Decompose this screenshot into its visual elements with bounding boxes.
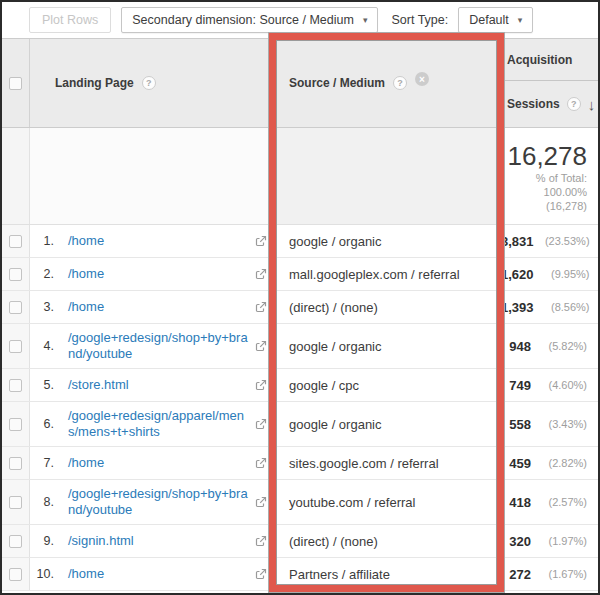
landing-page-link[interactable]: /home [68, 266, 248, 282]
totals-landing-cell [30, 128, 271, 224]
open-in-new-window-icon[interactable] [255, 568, 267, 580]
row-checkbox-cell [2, 402, 30, 446]
sessions-cell: 320 (1.97%) [500, 525, 598, 557]
source-medium-value: (direct) / (none) [289, 300, 378, 315]
source-medium-cell: mall.googleplex.com / referral [271, 258, 500, 290]
row-checkbox[interactable] [9, 340, 22, 353]
sort-descending-icon[interactable]: ↓ [588, 96, 600, 113]
open-in-new-window-icon[interactable] [255, 496, 267, 508]
secondary-dimension-dropdown[interactable]: Secondary dimension: Source / Medium ▾ [121, 7, 378, 33]
source-medium-cell: google / organic [271, 402, 500, 446]
sessions-value: 320 [509, 534, 531, 549]
landing-page-table: Landing Page ? Source / Medium ? × Acqui… [2, 38, 598, 591]
source-medium-value: google / organic [289, 339, 382, 354]
row-checkbox-cell [2, 480, 30, 524]
row-checkbox-cell [2, 447, 30, 479]
sessions-column-header[interactable]: Sessions ? ↓ [501, 81, 600, 127]
row-checkbox[interactable] [9, 235, 22, 248]
row-number: 10. [30, 567, 54, 581]
sessions-value: 948 [509, 339, 531, 354]
sessions-percent: (3.43%) [531, 418, 587, 430]
source-medium-cell: google / organic [271, 225, 500, 257]
landing-page-cell: 1. /home [30, 225, 271, 257]
totals-row: 16,278 % of Total: 100.00% (16,278) [2, 128, 598, 225]
landing-page-link[interactable]: /signin.html [68, 533, 248, 549]
sessions-total: 16,278 [501, 141, 587, 171]
sessions-cell: 459 (2.82%) [500, 447, 598, 479]
sort-type-value: Default [469, 13, 509, 27]
sessions-percent: (9.95%) [534, 268, 590, 280]
remove-secondary-dimension-icon[interactable]: × [415, 72, 429, 86]
help-icon[interactable]: ? [567, 97, 581, 111]
help-icon[interactable]: ? [393, 76, 407, 90]
landing-page-link[interactable]: /google+redesign/shop+by+brand/youtube [68, 330, 248, 362]
row-checkbox[interactable] [9, 568, 22, 581]
row-checkbox-cell [2, 225, 30, 257]
open-in-new-window-icon[interactable] [255, 268, 267, 280]
table-row: 10. /home Partners / affiliate 272 (1.67… [2, 558, 598, 591]
open-in-new-window-icon[interactable] [255, 301, 267, 313]
landing-page-link[interactable]: /home [68, 455, 248, 471]
table-body: 1. /home google / organic 3,831 (23.53%)… [2, 225, 598, 591]
open-in-new-window-icon[interactable] [255, 418, 267, 430]
table-row: 3. /home (direct) / (none) 1,393 (8.56%) [2, 291, 598, 324]
landing-page-link[interactable]: /home [68, 233, 248, 249]
sessions-value: 558 [509, 417, 531, 432]
sort-type-label: Sort Type: [391, 13, 448, 27]
row-number: 7. [30, 456, 54, 470]
sessions-header-label: Sessions [507, 97, 560, 111]
table-row: 8. /google+redesign/shop+by+brand/youtub… [2, 480, 598, 525]
table-row: 6. /google+redesign/apparel/mens/mens+t+… [2, 402, 598, 447]
landing-page-cell: 4. /google+redesign/shop+by+brand/youtub… [30, 324, 271, 368]
source-medium-cell: (direct) / (none) [271, 525, 500, 557]
sessions-percent: (23.53%) [534, 235, 590, 247]
open-in-new-window-icon[interactable] [255, 457, 267, 469]
row-checkbox-cell [2, 258, 30, 290]
source-medium-cell: (direct) / (none) [271, 291, 500, 323]
sort-type-dropdown[interactable]: Default ▾ [458, 7, 533, 33]
help-icon[interactable]: ? [142, 76, 156, 90]
sessions-value: 749 [509, 378, 531, 393]
row-checkbox[interactable] [9, 268, 22, 281]
select-all-checkbox[interactable] [9, 77, 22, 90]
row-checkbox[interactable] [9, 535, 22, 548]
source-medium-cell: Partners / affiliate [271, 558, 500, 590]
row-checkbox[interactable] [9, 418, 22, 431]
open-in-new-window-icon[interactable] [255, 535, 267, 547]
landing-page-cell: 8. /google+redesign/shop+by+brand/youtub… [30, 480, 271, 524]
row-number: 2. [30, 267, 54, 281]
landing-page-link[interactable]: /store.html [68, 377, 248, 393]
landing-page-link[interactable]: /home [68, 566, 248, 582]
sessions-value: 1,393 [501, 300, 534, 315]
landing-page-link[interactable]: /google+redesign/apparel/mens/mens+t+shi… [68, 408, 248, 440]
totals-sessions-cell: 16,278 % of Total: 100.00% (16,278) [500, 128, 598, 224]
row-checkbox[interactable] [9, 379, 22, 392]
row-checkbox[interactable] [9, 457, 22, 470]
open-in-new-window-icon[interactable] [255, 235, 267, 247]
sessions-value: 459 [509, 456, 531, 471]
chevron-down-icon: ▾ [518, 15, 523, 25]
source-medium-column-header[interactable]: Source / Medium ? × [271, 39, 500, 127]
landing-page-cell: 6. /google+redesign/apparel/mens/mens+t+… [30, 402, 271, 446]
row-number: 6. [30, 417, 54, 431]
landing-page-cell: 2. /home [30, 258, 271, 290]
sessions-cell: 948 (5.82%) [500, 324, 598, 368]
acquisition-group-header: Acquisition [501, 39, 600, 81]
row-checkbox[interactable] [9, 496, 22, 509]
landing-page-link[interactable]: /google+redesign/shop+by+brand/youtube [68, 486, 248, 518]
row-checkbox-cell [2, 291, 30, 323]
source-medium-cell: sites.google.com / referral [271, 447, 500, 479]
landing-page-link[interactable]: /home [68, 299, 248, 315]
secondary-dimension-label: Secondary dimension: Source / Medium [132, 13, 354, 27]
table-toolbar: Plot Rows Secondary dimension: Source / … [2, 2, 598, 38]
source-medium-cell: google / cpc [271, 369, 500, 401]
open-in-new-window-icon[interactable] [255, 379, 267, 391]
select-all-cell [2, 39, 30, 127]
landing-page-column-header[interactable]: Landing Page ? [30, 39, 271, 127]
sessions-percent: (1.67%) [531, 568, 587, 580]
plot-rows-button[interactable]: Plot Rows [29, 7, 111, 33]
sessions-total-percent-value: 100.00% [501, 185, 587, 199]
open-in-new-window-icon[interactable] [255, 340, 267, 352]
source-medium-value: google / organic [289, 417, 382, 432]
row-checkbox[interactable] [9, 301, 22, 314]
